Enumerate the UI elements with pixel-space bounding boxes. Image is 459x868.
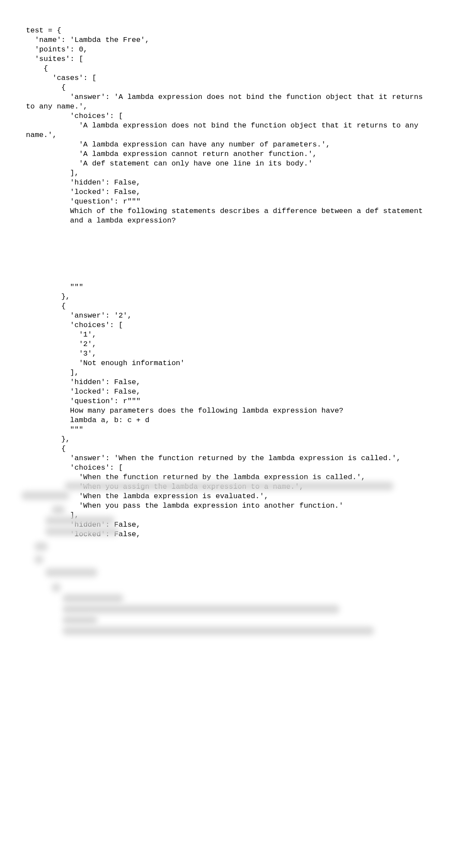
code-block: test = { 'name': 'Lambda the Free', 'poi… [26, 26, 433, 539]
document-page: test = { 'name': 'Lambda the Free', 'poi… [0, 0, 459, 868]
